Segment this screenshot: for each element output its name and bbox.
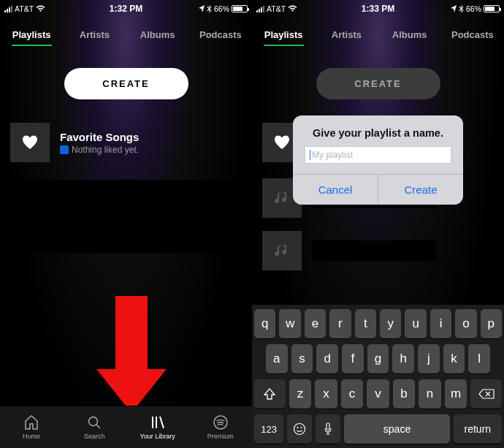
placeholder-text: My playlist xyxy=(312,150,353,160)
key-shift[interactable] xyxy=(254,379,286,409)
carrier-label: AT&T xyxy=(267,4,286,13)
nav-premium-label: Premium xyxy=(207,433,234,440)
kb-row-3: z x c v b n m xyxy=(254,379,502,409)
battery-icon xyxy=(484,5,500,12)
library-tabs: Playlists Artists Albums Podcasts xyxy=(0,15,252,52)
search-icon xyxy=(87,414,102,430)
battery-pct: 66% xyxy=(214,4,229,13)
key-n[interactable]: n xyxy=(419,379,441,409)
svg-line-4 xyxy=(160,417,164,428)
create-button[interactable]: Create xyxy=(378,175,463,205)
tab-podcasts[interactable]: Podcasts xyxy=(189,29,252,46)
heart-icon xyxy=(10,123,50,162)
key-a[interactable]: a xyxy=(266,344,288,373)
spotify-icon xyxy=(213,414,228,430)
key-y[interactable]: y xyxy=(380,309,401,338)
favorite-songs-title: Favorite Songs xyxy=(60,131,139,143)
key-f[interactable]: f xyxy=(342,344,364,373)
key-c[interactable]: c xyxy=(341,379,364,409)
kb-row-4: 123 space return xyxy=(254,414,502,444)
key-return[interactable]: return xyxy=(454,414,502,444)
bluetooth-icon xyxy=(207,5,212,13)
nav-search-label: Search xyxy=(84,433,105,440)
svg-point-0 xyxy=(89,417,98,426)
key-l[interactable]: l xyxy=(468,344,490,373)
dialog-title: Give your playlist a name. xyxy=(293,115,463,146)
download-badge-icon xyxy=(60,145,69,154)
battery-icon xyxy=(232,5,248,12)
key-g[interactable]: g xyxy=(367,344,389,373)
key-h[interactable]: h xyxy=(392,344,414,373)
key-space[interactable]: space xyxy=(344,414,449,444)
key-k[interactable]: k xyxy=(443,344,465,373)
key-emoji[interactable] xyxy=(287,414,312,444)
signal-icon xyxy=(256,6,264,12)
key-s[interactable]: s xyxy=(291,344,313,373)
status-bar: AT&T 1:33 PM 66% xyxy=(252,0,504,15)
nav-home-label: Home xyxy=(23,433,40,440)
clock: 1:32 PM xyxy=(77,4,175,14)
key-r[interactable]: r xyxy=(329,309,351,338)
key-b[interactable]: b xyxy=(393,379,416,409)
key-e[interactable]: e xyxy=(305,309,326,338)
status-bar: AT&T 1:32 PM 66% xyxy=(0,0,252,15)
svg-rect-9 xyxy=(327,423,329,430)
tab-artists[interactable]: Artists xyxy=(315,29,378,46)
nav-library-label: Your Library xyxy=(140,433,175,440)
key-t[interactable]: t xyxy=(355,309,376,338)
kb-row-2: a s d f g h j k l xyxy=(254,344,502,373)
cancel-button[interactable]: Cancel xyxy=(293,175,378,205)
clock: 1:33 PM xyxy=(329,4,427,14)
svg-point-6 xyxy=(294,424,305,435)
key-p[interactable]: p xyxy=(481,309,502,338)
bluetooth-icon xyxy=(459,5,464,13)
playlist-row[interactable] xyxy=(252,227,504,275)
key-v[interactable]: v xyxy=(367,379,389,409)
key-w[interactable]: w xyxy=(279,309,300,338)
key-123[interactable]: 123 xyxy=(254,414,283,444)
nav-premium[interactable]: Premium xyxy=(189,406,252,448)
wifi-icon xyxy=(288,5,297,12)
key-q[interactable]: q xyxy=(254,309,275,338)
key-backspace[interactable] xyxy=(470,379,502,409)
wifi-icon xyxy=(36,5,45,12)
key-u[interactable]: u xyxy=(405,309,426,338)
key-o[interactable]: o xyxy=(455,309,476,338)
carrier-label: AT&T xyxy=(15,4,34,13)
tab-playlists[interactable]: Playlists xyxy=(0,29,63,46)
key-d[interactable]: d xyxy=(316,344,338,373)
key-m[interactable]: m xyxy=(445,379,467,409)
key-x[interactable]: x xyxy=(315,379,337,409)
key-j[interactable]: j xyxy=(418,344,440,373)
home-icon xyxy=(23,414,39,430)
kb-row-1: q w e r t y u i o p xyxy=(254,309,502,338)
svg-line-1 xyxy=(96,425,100,428)
bottom-nav: Home Search Your Library Premium xyxy=(0,406,252,448)
keyboard: q w e r t y u i o p a s d f g h j k l z xyxy=(252,305,504,448)
key-dictate[interactable] xyxy=(316,414,340,444)
nav-search[interactable]: Search xyxy=(63,406,126,448)
redacted-label xyxy=(312,240,436,261)
create-playlist-button[interactable]: CREATE xyxy=(64,68,188,99)
location-icon xyxy=(199,5,205,12)
library-icon xyxy=(150,414,166,430)
svg-point-8 xyxy=(301,427,302,428)
music-note-icon xyxy=(262,231,302,270)
redacted-block xyxy=(10,180,242,253)
key-z[interactable]: z xyxy=(289,379,312,409)
favorite-songs-row[interactable]: Favorite Songs Nothing liked yet. xyxy=(0,118,252,167)
tab-albums[interactable]: Albums xyxy=(126,29,189,46)
tab-podcasts[interactable]: Podcasts xyxy=(441,29,504,46)
nav-home[interactable]: Home xyxy=(0,406,63,448)
left-phone: AT&T 1:32 PM 66% Playlists Artists Album… xyxy=(0,0,252,448)
create-playlist-button[interactable]: CREATE xyxy=(316,68,440,99)
location-icon xyxy=(451,5,457,12)
signal-icon xyxy=(4,6,12,12)
tab-playlists[interactable]: Playlists xyxy=(252,29,315,46)
battery-pct: 66% xyxy=(466,4,481,13)
tab-artists[interactable]: Artists xyxy=(63,29,126,46)
key-i[interactable]: i xyxy=(430,309,451,338)
playlist-name-input[interactable]: My playlist xyxy=(305,146,451,164)
nav-library[interactable]: Your Library xyxy=(126,406,189,448)
tab-albums[interactable]: Albums xyxy=(378,29,441,46)
